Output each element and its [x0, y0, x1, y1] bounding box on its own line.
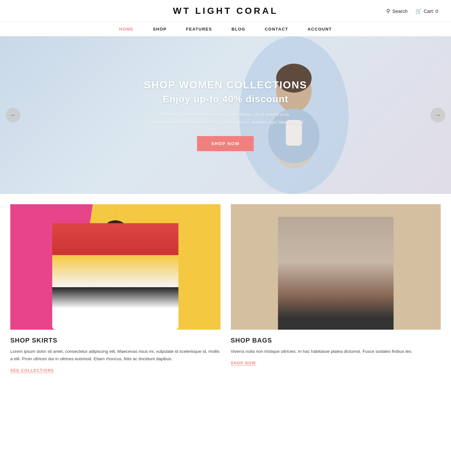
bags-illustration — [231, 204, 441, 330]
slider-prev-button[interactable]: ← — [6, 108, 21, 123]
svg-rect-43 — [316, 292, 342, 297]
product-desc-skirts: Lorem ipsum dolor sit amet, consectetur … — [10, 348, 221, 363]
nav-item-features[interactable]: FEATURES — [186, 27, 212, 32]
nav-item-shop[interactable]: SHOP — [153, 27, 167, 32]
product-link-bags[interactable]: SHOP NOW — [231, 361, 256, 366]
svg-point-52 — [341, 264, 344, 267]
svg-line-27 — [140, 290, 141, 299]
svg-line-25 — [89, 292, 90, 301]
product-image-bags — [231, 204, 441, 330]
product-card-bags: SHOP BAGS Viverra nulla non tristique ul… — [226, 204, 441, 383]
search-label: Search — [392, 8, 408, 14]
header: WT LIGHT CORAL ⚲ Search 🛒 Cart: 0 — [0, 0, 451, 22]
hero-cta-button[interactable]: SHOP NOW — [197, 136, 254, 151]
svg-rect-50 — [329, 261, 350, 279]
svg-rect-14 — [99, 285, 131, 288]
svg-point-38 — [334, 281, 337, 283]
hero-title-top: SHOP WOMEN COLLECTIONS — [144, 79, 307, 91]
product-title-bags: SHOP BAGS — [231, 337, 441, 344]
svg-point-12 — [99, 251, 132, 293]
search-icon: ⚲ — [386, 8, 390, 14]
svg-rect-54 — [337, 316, 347, 329]
svg-rect-53 — [324, 316, 334, 329]
header-actions: ⚲ Search 🛒 Cart: 0 — [367, 8, 438, 14]
svg-rect-42 — [313, 296, 345, 319]
svg-point-30 — [324, 220, 348, 249]
product-grid: SHOP SKIRTS Lorem ipsum dolor sit amet, … — [0, 194, 451, 383]
cart-button[interactable]: 🛒 Cart: 0 — [415, 8, 438, 14]
svg-rect-29 — [231, 204, 441, 330]
arrow-left-icon: ← — [10, 112, 16, 119]
svg-point-11 — [105, 220, 126, 234]
svg-rect-46 — [320, 261, 344, 280]
svg-rect-41 — [354, 254, 367, 296]
nav-item-contact[interactable]: CONTACT — [265, 27, 288, 32]
svg-rect-13 — [99, 281, 131, 317]
slider-next-button[interactable]: → — [430, 108, 445, 123]
svg-rect-18 — [99, 306, 131, 308]
svg-line-49 — [322, 270, 338, 272]
product-title-skirts: SHOP SKIRTS — [10, 337, 221, 344]
svg-rect-23 — [70, 301, 92, 317]
svg-line-47 — [322, 265, 339, 267]
svg-line-24 — [72, 292, 73, 301]
product-desc-bags: Viverra nulla non tristique ultricies. I… — [231, 348, 441, 355]
skirts-illustration — [10, 204, 221, 330]
cart-icon: 🛒 — [415, 8, 422, 14]
product-link-skirts[interactable]: SEE COLLECTIONS — [10, 368, 54, 373]
svg-rect-15 — [99, 290, 131, 293]
site-logo[interactable]: WT LIGHT CORAL — [84, 6, 367, 16]
cart-label: Cart: 0 — [424, 8, 438, 14]
product-card-skirts: SHOP SKIRTS Lorem ipsum dolor sit amet, … — [10, 204, 226, 383]
svg-marker-34 — [323, 252, 336, 269]
svg-rect-19 — [106, 317, 113, 329]
svg-rect-17 — [99, 301, 131, 303]
svg-point-32 — [318, 240, 353, 258]
svg-point-22 — [126, 263, 141, 293]
hero-description: Phasellus interdum rhoncus arcu quis ult… — [144, 111, 307, 126]
svg-point-31 — [324, 219, 348, 236]
svg-rect-33 — [313, 252, 359, 316]
svg-point-39 — [334, 288, 337, 290]
svg-rect-7 — [115, 204, 220, 330]
hero-section: ← SHOP WOMEN COLLECTIONS Enjoy up-to 40%… — [0, 36, 451, 194]
svg-point-37 — [334, 274, 337, 276]
arrow-right-icon: → — [435, 112, 441, 119]
svg-point-51 — [338, 264, 341, 268]
svg-point-9 — [103, 238, 127, 273]
main-nav: HOME SHOP FEATURES BLOG CONTACT ACCOUNT — [0, 22, 451, 36]
svg-marker-8 — [73, 204, 115, 330]
svg-rect-20 — [117, 317, 124, 329]
svg-point-10 — [105, 223, 126, 247]
svg-line-28 — [154, 290, 155, 299]
svg-rect-36 — [313, 291, 358, 296]
svg-marker-35 — [336, 252, 349, 269]
svg-rect-45 — [329, 299, 336, 304]
svg-rect-6 — [10, 204, 115, 330]
svg-rect-44 — [325, 287, 333, 293]
hero-title-bottom: Enjoy up-to 40% discount — [144, 94, 307, 105]
search-button[interactable]: ⚲ Search — [386, 8, 408, 14]
hero-content: SHOP WOMEN COLLECTIONS Enjoy up-to 40% d… — [144, 79, 307, 151]
svg-rect-16 — [99, 296, 131, 298]
svg-point-21 — [90, 263, 105, 293]
nav-item-account[interactable]: ACCOUNT — [308, 27, 332, 32]
svg-rect-26 — [138, 299, 157, 317]
nav-item-blog[interactable]: BLOG — [231, 27, 246, 32]
product-image-skirts — [10, 204, 221, 330]
svg-rect-40 — [305, 254, 317, 296]
svg-line-48 — [322, 268, 338, 270]
nav-item-home[interactable]: HOME — [119, 27, 134, 32]
